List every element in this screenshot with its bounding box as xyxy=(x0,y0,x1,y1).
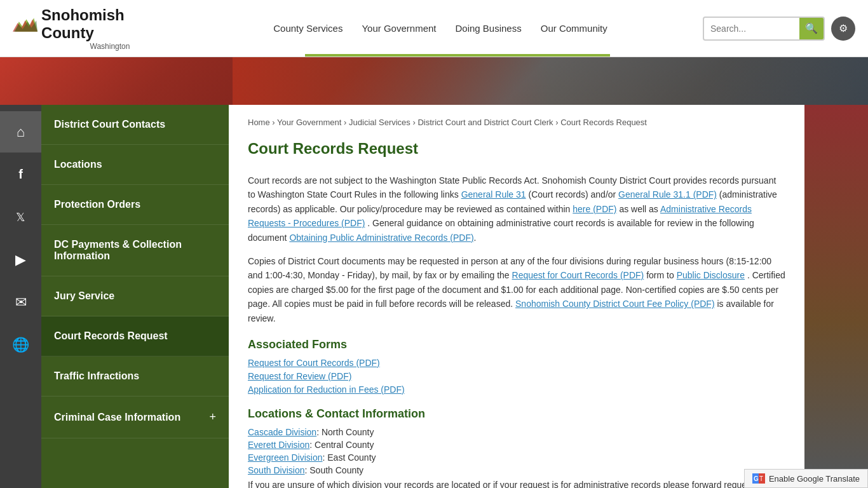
text-form: form to xyxy=(646,270,674,280)
google-translate-icon: G T xyxy=(752,473,765,484)
nav-county-services[interactable]: County Services xyxy=(273,23,342,34)
breadcrumb-district-court[interactable]: District Court and District Court Clerk xyxy=(417,118,553,127)
hero-image xyxy=(0,57,868,105)
search-area: 🔍 ⚙ xyxy=(703,17,855,41)
sidebar-icon-email[interactable]: ✉ xyxy=(0,281,41,323)
logo-icon xyxy=(13,14,37,34)
logo-area: Snohomish County Washington xyxy=(13,6,178,51)
text-middle-1: (Court records) and/or xyxy=(529,189,616,200)
breadcrumb-your-gov[interactable]: Your Government xyxy=(277,118,341,127)
nav-doing-business[interactable]: Doing Business xyxy=(455,23,521,34)
link-public-disclosure[interactable]: Public Disclosure xyxy=(677,270,745,280)
sidebar-item-traffic-infractions[interactable]: Traffic Infractions xyxy=(41,356,229,396)
translate-bar[interactable]: G T Enable Google Translate xyxy=(744,469,868,488)
link-obtaining[interactable]: Obtaining Public Administrative Records … xyxy=(289,233,473,243)
facebook-icon: f xyxy=(18,167,23,182)
sidebar-item-criminal-case-information[interactable]: Criminal Case Information + xyxy=(41,396,229,438)
nav-our-community[interactable]: Our Community xyxy=(541,23,607,34)
location-evergreen: Evergreen Division: East County xyxy=(248,452,785,463)
link-here-pdf[interactable]: here (PDF) xyxy=(573,204,616,214)
breadcrumb-judicial[interactable]: Judicial Services xyxy=(349,118,410,127)
list-item: Request for Court Records (PDF) xyxy=(248,358,785,368)
sidebar-item-label: Locations xyxy=(54,159,102,170)
right-image-strip xyxy=(804,105,868,488)
content-paragraph-2: Copies of District Court documents may b… xyxy=(248,254,785,325)
header: Snohomish County Washington County Servi… xyxy=(0,0,868,57)
sidebar-item-label: Criminal Case Information xyxy=(54,412,180,423)
hero-boats xyxy=(233,57,868,105)
logo[interactable]: Snohomish County xyxy=(13,6,178,42)
sidebar-item-label: Traffic Infractions xyxy=(54,370,139,382)
link-request-pdf[interactable]: Request for Court Records (PDF) xyxy=(512,270,644,280)
breadcrumb-current: Court Records Request xyxy=(560,118,647,127)
google-icon-svg: G T xyxy=(752,473,765,484)
location-link-everett[interactable]: Everett Division xyxy=(248,440,309,450)
sidebar-icon-twitter[interactable]: 𝕏 xyxy=(0,196,41,238)
link-general-rule-31-1[interactable]: General Rule 31.1 (PDF) xyxy=(618,189,717,200)
sidebar-icon-youtube[interactable]: ▶ xyxy=(0,239,41,280)
locations-title: Locations & Contact Information xyxy=(248,407,785,421)
location-text-cascade: : North County xyxy=(316,427,374,437)
translate-label: Enable Google Translate xyxy=(769,474,860,484)
location-text-evergreen: : East County xyxy=(323,452,376,463)
nav-underline xyxy=(305,54,610,57)
home-icon: ⌂ xyxy=(17,124,25,140)
location-link-cascade[interactable]: Cascade Division xyxy=(248,427,316,437)
location-link-south[interactable]: South Division xyxy=(248,465,305,475)
breadcrumb-sep: › xyxy=(344,118,349,127)
link-general-rule-31[interactable]: General Rule 31 xyxy=(461,189,526,200)
search-icon: 🔍 xyxy=(805,22,818,34)
sidebar-item-locations[interactable]: Locations xyxy=(41,145,229,185)
sidebar-item-label: District Court Contacts xyxy=(54,119,165,130)
sidebar-item-label: DC Payments & Collection Information xyxy=(54,239,216,262)
twitter-icon: 𝕏 xyxy=(16,210,25,224)
sidebar-icons: ⌂ f 𝕏 ▶ ✉ 🌐 xyxy=(0,105,41,488)
text-middle-3: as well as xyxy=(619,204,658,214)
page-title: Court Records Request xyxy=(248,140,785,161)
logo-sub: Washington xyxy=(13,42,178,51)
location-cascade: Cascade Division: North County xyxy=(248,427,785,437)
sidebar-item-district-court-contacts[interactable]: District Court Contacts xyxy=(41,105,229,145)
breadcrumb-sep: › xyxy=(555,118,560,127)
nav-your-government[interactable]: Your Government xyxy=(362,23,436,34)
sidebar-item-court-records-request[interactable]: Court Records Request xyxy=(41,316,229,356)
period-1: . xyxy=(474,233,477,243)
sidebar-item-label: Jury Service xyxy=(54,290,114,302)
breadcrumb: Home › Your Government › Judicial Servic… xyxy=(248,118,785,127)
content-area: Home › Your Government › Judicial Servic… xyxy=(229,105,804,488)
globe-icon: 🌐 xyxy=(12,337,29,353)
sidebar-item-protection-orders[interactable]: Protection Orders xyxy=(41,185,229,225)
svg-text:T: T xyxy=(759,475,763,482)
main-nav: County Services Your Government Doing Bu… xyxy=(178,23,703,34)
youtube-icon: ▶ xyxy=(15,252,26,268)
location-link-evergreen[interactable]: Evergreen Division xyxy=(248,452,323,463)
form-link-3[interactable]: Application for Reduction in Fees (PDF) xyxy=(248,384,405,395)
sidebar-icon-home[interactable]: ⌂ xyxy=(0,111,41,152)
settings-button[interactable]: ⚙ xyxy=(831,17,855,41)
expand-icon: + xyxy=(209,410,216,424)
forward-text: If you are unsure of which division your… xyxy=(248,478,785,488)
main-layout: ⌂ f 𝕏 ▶ ✉ 🌐 District Court Contacts Loca… xyxy=(0,105,868,488)
location-south: South Division: South County xyxy=(248,465,785,475)
location-text-south: : South County xyxy=(305,465,364,475)
breadcrumb-home[interactable]: Home xyxy=(248,118,270,127)
search-input[interactable] xyxy=(704,24,799,34)
location-text-everett: : Central County xyxy=(309,440,374,450)
forms-list: Request for Court Records (PDF) Request … xyxy=(248,358,785,395)
list-item: Request for Review (PDF) xyxy=(248,371,785,381)
breadcrumb-sep: › xyxy=(272,118,277,127)
logo-name: Snohomish County xyxy=(41,6,178,42)
sidebar-item-label: Protection Orders xyxy=(54,199,140,210)
sidebar-item-dc-payments[interactable]: DC Payments & Collection Information xyxy=(41,225,229,276)
link-fee-policy[interactable]: Snohomish County District Court Fee Poli… xyxy=(515,299,715,309)
email-icon: ✉ xyxy=(15,294,27,311)
sidebar-item-jury-service[interactable]: Jury Service xyxy=(41,276,229,316)
sidebar-icon-facebook[interactable]: f xyxy=(0,154,41,195)
gear-icon: ⚙ xyxy=(839,22,848,34)
form-link-1[interactable]: Request for Court Records (PDF) xyxy=(248,358,380,368)
svg-text:G: G xyxy=(754,475,759,482)
search-button[interactable]: 🔍 xyxy=(799,17,824,41)
sidebar-icon-globe[interactable]: 🌐 xyxy=(0,324,41,365)
location-everett: Everett Division: Central County xyxy=(248,440,785,450)
form-link-2[interactable]: Request for Review (PDF) xyxy=(248,371,351,381)
